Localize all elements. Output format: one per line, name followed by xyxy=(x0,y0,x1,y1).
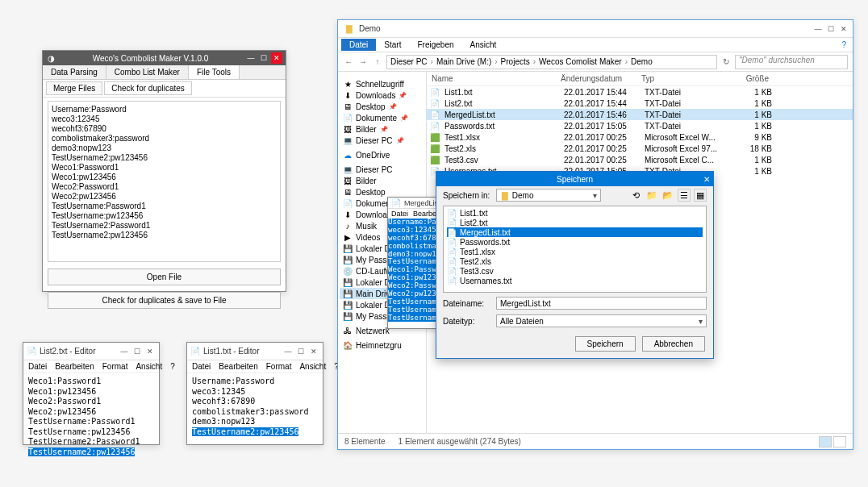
up-folder-icon[interactable]: 📁 xyxy=(645,189,658,202)
ribbon-freigeben[interactable]: Freigeben xyxy=(409,39,461,51)
nav-bilder[interactable]: 🖼Bilder📌 xyxy=(340,123,424,135)
close-button[interactable]: ✕ xyxy=(271,52,282,64)
nav-quick-access[interactable]: ★Schnellzugriff xyxy=(340,78,424,89)
col-size[interactable]: Größe xyxy=(725,74,774,83)
file-icon: 📄 xyxy=(447,227,457,237)
check-duplicates-button[interactable]: Check for duplicates & save to File xyxy=(48,292,281,309)
notepad2-body[interactable]: Username:Password weco3:12345 wecohf3:67… xyxy=(187,373,323,440)
minimize-button[interactable]: — xyxy=(282,346,294,357)
nav-pc-desktop[interactable]: 🖥Desktop xyxy=(340,186,424,198)
new-folder-icon[interactable]: 📂 xyxy=(661,189,674,202)
tab-data-parsing[interactable]: Data Parsing xyxy=(43,65,106,79)
combolist-window: ◑ Weco's Combolist Maker V.1.0.0 — ☐ ✕ D… xyxy=(42,50,286,292)
close-button[interactable]: ✕ xyxy=(144,346,156,357)
file-row[interactable]: 📄List2.txt22.01.2017 15:44TXT-Datei1 KB xyxy=(427,98,853,109)
list-item[interactable]: 📄Test3.csv xyxy=(447,266,703,276)
close-button[interactable]: ✕ xyxy=(838,23,849,35)
menu-bearbeiten[interactable]: Bearbeiten xyxy=(55,362,94,371)
nav-dieser-pc[interactable]: 💻Dieser PC xyxy=(340,164,424,175)
search-input[interactable]: "Demo" durchsuchen xyxy=(735,55,848,69)
tab-combo-list-maker[interactable]: Combo List Maker xyxy=(106,65,189,79)
folder-icon: ▇ xyxy=(500,190,510,200)
nav-dokumente[interactable]: 📄Dokumente📌 xyxy=(340,112,424,123)
nav-forward[interactable]: → xyxy=(357,57,369,66)
dialog-file-listing[interactable]: 📄List1.txt📄List2.txt📄MergedList.txt📄Pass… xyxy=(443,206,707,293)
list-item[interactable]: 📄Usernames.txt xyxy=(447,276,703,285)
subtab-check-duplicates[interactable]: Check for duplicates xyxy=(104,81,192,95)
file-row[interactable]: 🟩Test2.xls22.01.2017 00:25Microsoft Exce… xyxy=(427,143,853,154)
file-row[interactable]: 📄Passwords.txt22.01.2017 15:05TXT-Datei1… xyxy=(427,120,853,131)
nav-heimnetz[interactable]: 🏠Heimnetzgru xyxy=(340,339,424,351)
menu-format[interactable]: Format xyxy=(102,362,128,371)
file-icon: 📄 xyxy=(447,208,457,218)
menu-format[interactable]: Format xyxy=(266,362,292,371)
combolist-title: Weco's Combolist Maker V.1.0.0 xyxy=(56,54,245,63)
view-details[interactable] xyxy=(819,436,832,447)
notepad1-titlebar: 📄 List2.txt - Editor — ☐ ✕ xyxy=(23,343,159,360)
maximize-button[interactable]: ☐ xyxy=(295,346,307,357)
notepad1-body[interactable]: Weco1:Password1 Weco1:pw123456 Weco2:Pas… xyxy=(23,373,159,460)
menu-datei[interactable]: Datei xyxy=(192,362,211,371)
nav-back[interactable]: ← xyxy=(343,57,354,66)
col-name[interactable]: Name xyxy=(427,74,556,83)
maximize-button[interactable]: ☐ xyxy=(131,346,143,357)
maximize-button[interactable]: ☐ xyxy=(258,52,269,64)
col-type[interactable]: Typ xyxy=(636,74,725,83)
menu-bearbeiten[interactable]: Bearbeiten xyxy=(219,362,257,371)
chevron-down-icon: ▾ xyxy=(699,317,703,326)
notepad-list2: 📄 List2.txt - Editor — ☐ ✕ Datei Bearbei… xyxy=(23,342,160,445)
file-row[interactable]: 📄List1.txt22.01.2017 15:44TXT-Datei1 KB xyxy=(427,86,853,98)
file-row[interactable]: 🟩Test3.csv22.01.2017 00:25Microsoft Exce… xyxy=(427,154,853,165)
ribbon-help-icon[interactable]: ? xyxy=(838,40,849,49)
col-date[interactable]: Änderungsdatum xyxy=(556,74,636,83)
list-item[interactable]: 📄List2.txt xyxy=(447,218,703,227)
refresh-icon[interactable]: ↻ xyxy=(720,57,732,66)
cancel-button[interactable]: Abbrechen xyxy=(642,336,705,352)
view-list-icon[interactable]: ☰ xyxy=(678,189,691,202)
maximize-button[interactable]: ☐ xyxy=(825,23,837,35)
ribbon-ansicht[interactable]: Ansicht xyxy=(462,39,505,51)
breadcrumbs[interactable]: Dieser PC› Main Drive (M:)› Projects› We… xyxy=(386,55,717,69)
tab-file-tools[interactable]: File Tools xyxy=(189,65,240,79)
list-item[interactable]: 📄Test2.xls xyxy=(447,256,703,266)
filetype-select[interactable]: Alle Dateien ▾ xyxy=(496,314,707,327)
view-details-icon[interactable]: ▦ xyxy=(694,189,707,202)
list-item[interactable]: 📄MergedList.txt xyxy=(447,227,703,237)
list-item[interactable]: 📄Passwords.txt xyxy=(447,237,703,247)
nav-dieser-pc-q[interactable]: 💻Dieser PC📌 xyxy=(340,135,424,146)
list-item[interactable]: 📄List1.txt xyxy=(447,208,703,218)
menu-ansicht[interactable]: Ansicht xyxy=(299,362,326,371)
list-item[interactable]: 📄Test1.xlsx xyxy=(447,247,703,256)
close-button[interactable]: ✕ xyxy=(308,346,319,357)
minimize-button[interactable]: — xyxy=(245,52,257,64)
minimize-button[interactable]: — xyxy=(812,23,824,35)
ribbon-datei[interactable]: Datei xyxy=(341,39,376,51)
ribbon-start[interactable]: Start xyxy=(376,39,409,51)
file-row[interactable]: 📄MergedList.txt22.01.2017 15:46TXT-Datei… xyxy=(427,109,853,120)
nav-onedrive[interactable]: ☁OneDrive xyxy=(340,149,424,160)
minimize-button[interactable]: — xyxy=(119,346,130,357)
combolist-titlebar: ◑ Weco's Combolist Maker V.1.0.0 — ☐ ✕ xyxy=(43,51,286,65)
sub-tabs: Merge Files Check for duplicates xyxy=(43,80,286,98)
file-row[interactable]: 🟩Test1.xlsx22.01.2017 00:25Microsoft Exc… xyxy=(427,131,853,143)
file-icon: 📄 xyxy=(447,256,457,266)
nav-downloads[interactable]: ⬇Downloads📌 xyxy=(340,89,424,101)
menu-help[interactable]: ? xyxy=(170,362,175,371)
nav-pc-bilder[interactable]: 🖼Bilder xyxy=(340,175,424,186)
save-button[interactable]: Speichern xyxy=(575,336,636,352)
nav-up[interactable]: ↑ xyxy=(372,57,383,66)
open-file-button[interactable]: Open File xyxy=(48,268,281,285)
filename-input[interactable]: MergedList.txt xyxy=(496,297,707,310)
go-back-icon[interactable]: ⟲ xyxy=(629,189,642,202)
view-large-icons[interactable] xyxy=(833,436,846,447)
view-toggle xyxy=(819,436,846,447)
menu-datei[interactable]: Datei xyxy=(28,362,47,371)
dialog-close-icon[interactable]: ✕ xyxy=(703,175,710,184)
subtab-merge-files[interactable]: Merge Files xyxy=(46,81,102,95)
menu-datei[interactable]: Datei xyxy=(391,210,408,218)
merge-textarea[interactable]: Username:Password weco3:12345 wecohf3:67… xyxy=(48,101,281,262)
menu-ansicht[interactable]: Ansicht xyxy=(136,362,162,371)
nav-desktop[interactable]: 🖥Desktop📌 xyxy=(340,101,424,112)
mini-editor-body[interactable]: Username:Pass weco3:12345 wecohf3:67890 … xyxy=(388,219,439,323)
savein-select[interactable]: ▇ Demo ▾ xyxy=(496,189,601,202)
